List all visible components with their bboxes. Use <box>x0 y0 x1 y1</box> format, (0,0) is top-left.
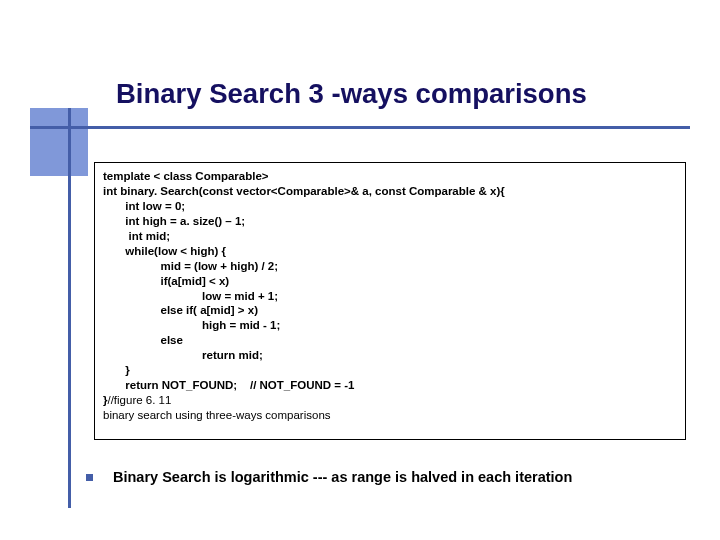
code-line: return mid; <box>103 348 677 363</box>
code-line: if(a[mid] < x) <box>103 274 677 289</box>
bullet-square-icon <box>86 474 93 481</box>
accent-vertical-line <box>68 108 71 508</box>
accent-block <box>30 108 88 176</box>
slide-title: Binary Search 3 -ways comparisons <box>116 78 587 110</box>
code-line: mid = (low + high) / 2; <box>103 259 677 274</box>
code-block: template < class Comparable> int binary.… <box>94 162 686 440</box>
code-line: while(low < high) { <box>103 244 677 259</box>
bullet-item: Binary Search is logarithmic --- as rang… <box>86 468 690 487</box>
code-line: int binary. Search(const vector<Comparab… <box>103 184 677 199</box>
code-line: return NOT_FOUND; // NOT_FOUND = -1 <box>103 378 677 393</box>
code-line: } <box>103 363 677 378</box>
code-line: binary search using three-ways compariso… <box>103 408 677 423</box>
code-line: low = mid + 1; <box>103 289 677 304</box>
code-line: template < class Comparable> <box>103 169 677 184</box>
bullet-text: Binary Search is logarithmic --- as rang… <box>113 468 572 487</box>
code-line: int high = a. size() – 1; <box>103 214 677 229</box>
accent-horizontal-line <box>30 126 690 129</box>
code-line: int low = 0; <box>103 199 677 214</box>
code-line: }//figure 6. 11 <box>103 393 677 408</box>
code-line: else if( a[mid] > x) <box>103 303 677 318</box>
code-line: int mid; <box>103 229 677 244</box>
code-line: high = mid - 1; <box>103 318 677 333</box>
code-line: else <box>103 333 677 348</box>
